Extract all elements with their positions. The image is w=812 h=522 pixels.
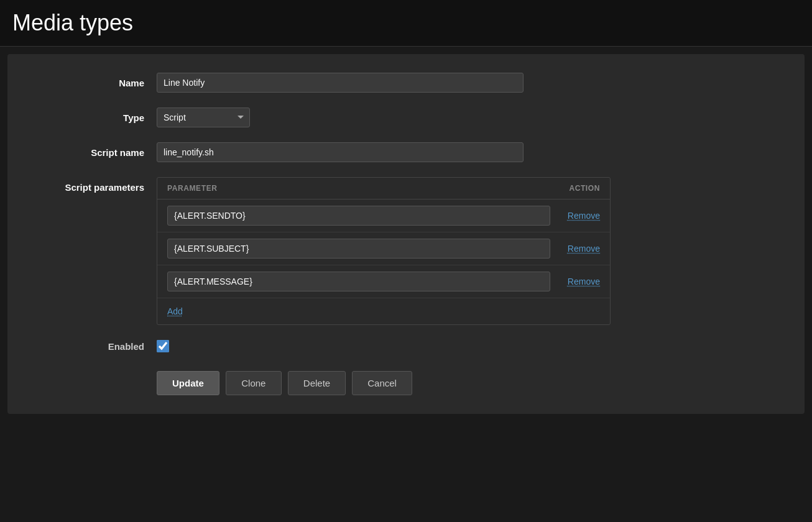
param-row-2: Remove — [157, 232, 610, 265]
update-button[interactable]: Update — [157, 371, 219, 395]
param-input-2[interactable] — [167, 239, 550, 259]
delete-button[interactable]: Delete — [288, 371, 346, 395]
type-select-wrapper: Script Email SMS Webhook — [157, 108, 250, 127]
page-content: Name Type Script Email SMS Webhook Scrip… — [7, 54, 805, 414]
script-name-input[interactable] — [157, 142, 524, 162]
remove-button-1[interactable]: Remove — [550, 211, 600, 221]
add-link-row: Add — [157, 298, 610, 324]
param-row-1: Remove — [157, 199, 610, 232]
script-params-label: Script parameters — [20, 177, 157, 193]
script-name-row: Script name — [20, 142, 792, 162]
name-label: Name — [20, 73, 157, 88]
name-input[interactable] — [157, 73, 524, 93]
action-buttons: Update Clone Delete Cancel — [20, 371, 792, 395]
script-params-header: PARAMETER ACTION — [157, 178, 610, 199]
type-label: Type — [20, 108, 157, 123]
script-name-label: Script name — [20, 142, 157, 158]
cancel-button[interactable]: Cancel — [352, 371, 412, 395]
type-select[interactable]: Script Email SMS Webhook — [157, 108, 250, 127]
type-row: Type Script Email SMS Webhook — [20, 108, 792, 127]
enabled-label: Enabled — [20, 341, 157, 352]
script-params-row: Script parameters PARAMETER ACTION Remov… — [20, 177, 792, 325]
page-title: Media types — [12, 10, 800, 36]
param-row-3: Remove — [157, 265, 610, 298]
clone-button[interactable]: Clone — [226, 371, 282, 395]
col-param-header: PARAMETER — [167, 184, 544, 193]
param-input-1[interactable] — [167, 206, 550, 226]
add-param-button[interactable]: Add — [167, 306, 183, 316]
script-params-container: PARAMETER ACTION Remove Remove Remove Ad… — [157, 177, 611, 325]
enabled-row: Enabled — [20, 340, 792, 352]
page-header: Media types — [0, 0, 812, 47]
remove-button-3[interactable]: Remove — [550, 277, 600, 286]
remove-button-2[interactable]: Remove — [550, 244, 600, 254]
enabled-checkbox[interactable] — [157, 340, 169, 352]
enabled-checkbox-wrapper — [157, 340, 169, 352]
param-input-3[interactable] — [167, 272, 550, 291]
name-row: Name — [20, 73, 792, 93]
col-action-header: ACTION — [544, 184, 600, 193]
